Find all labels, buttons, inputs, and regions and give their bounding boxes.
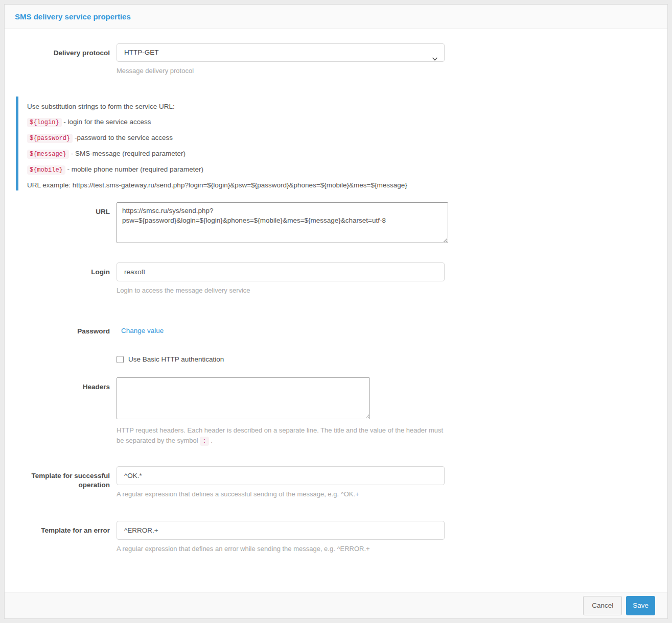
panel-body: Delivery protocol HTTP-GET Message deliv… (5, 29, 667, 592)
panel-footer: Cancel Save (5, 592, 667, 618)
info-item-message: ${message} - SMS-message (required param… (27, 149, 657, 159)
headers-label: Headers (15, 377, 110, 392)
page-title: SMS delivery service properties (15, 12, 131, 21)
cancel-button[interactable]: Cancel (583, 596, 622, 615)
login-row: Login Login to access the message delive… (15, 262, 657, 296)
basic-auth-row: Use Basic HTTP authentication (15, 355, 657, 363)
delivery-protocol-value: HTTP-GET (124, 49, 159, 56)
login-help: Login to access the message delivery ser… (117, 285, 657, 296)
template-error-row: Template for an error A regular expressi… (15, 521, 657, 554)
url-textarea[interactable]: https://smsc.ru/sys/send.php? psw=${pass… (117, 202, 448, 243)
message-token: ${message} (27, 150, 69, 159)
info-url-example: URL example: https://test.sms-gateway.ru… (27, 180, 657, 190)
info-item-mobile-text: - mobile phone number (required paramete… (65, 165, 203, 173)
save-button[interactable]: Save (626, 596, 655, 615)
headers-help: HTTP request headers. Each header is des… (117, 425, 449, 446)
panel-header: SMS delivery service properties (5, 5, 667, 29)
info-item-password-text: -password to the service access (73, 134, 173, 141)
substitution-info-block: Use substitution strings to form the ser… (16, 97, 657, 190)
info-item-mobile: ${mobile} - mobile phone number (require… (27, 164, 657, 175)
password-token: ${password} (27, 134, 73, 143)
password-label: Password (15, 322, 110, 336)
delivery-protocol-label: Delivery protocol (15, 43, 110, 58)
delivery-protocol-select[interactable]: HTTP-GET (117, 43, 445, 62)
template-success-label: Template for successful operation (15, 466, 110, 490)
change-password-link[interactable]: Change value (117, 322, 164, 334)
headers-row: Headers HTTP request headers. Each heade… (15, 377, 657, 446)
info-item-message-text: - SMS-message (required parameter) (69, 150, 186, 157)
chevron-down-icon (432, 51, 438, 68)
url-row: URL https://smsc.ru/sys/send.php? psw=${… (15, 202, 657, 245)
basic-auth-label-spacer (15, 357, 110, 362)
login-label: Login (15, 262, 110, 277)
headers-textarea[interactable] (117, 377, 370, 419)
login-input[interactable] (117, 262, 445, 281)
basic-auth-checkbox[interactable] (117, 356, 124, 363)
basic-auth-option[interactable]: Use Basic HTTP authentication (117, 355, 657, 363)
basic-auth-label: Use Basic HTTP authentication (128, 355, 224, 363)
info-item-login-text: - login for the service access (62, 118, 151, 126)
colon-token: : (200, 437, 208, 446)
delivery-protocol-help: Message delivery protocol (117, 66, 657, 76)
delivery-protocol-row: Delivery protocol HTTP-GET Message deliv… (15, 43, 657, 76)
template-error-help: A regular expression that defines an err… (117, 544, 657, 554)
template-success-help: A regular expression that defines a succ… (117, 489, 657, 499)
mobile-token: ${mobile} (27, 165, 65, 175)
login-token: ${login} (27, 118, 62, 127)
headers-help-text: HTTP request headers. Each header is des… (117, 426, 443, 444)
sms-properties-panel: SMS delivery service properties Delivery… (4, 4, 668, 619)
template-error-label: Template for an error (15, 521, 110, 535)
template-success-input[interactable] (117, 466, 445, 485)
template-success-row: Template for successful operation A regu… (15, 466, 657, 499)
info-intro: Use substitution strings to form the ser… (27, 102, 657, 112)
headers-help-tail: . (209, 437, 213, 444)
template-error-input[interactable] (117, 521, 445, 540)
password-row: Password Change value (15, 322, 657, 336)
info-item-login: ${login} - login for the service access (27, 117, 657, 128)
url-label: URL (15, 202, 110, 217)
info-item-password: ${password} -password to the service acc… (27, 133, 657, 143)
